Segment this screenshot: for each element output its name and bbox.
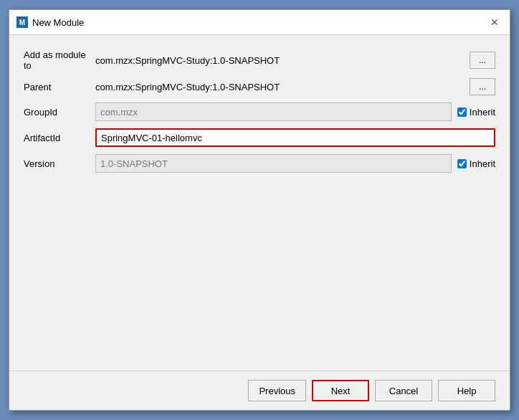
add-as-module-button[interactable]: ... bbox=[470, 52, 495, 69]
title-bar: M New Module ✕ bbox=[9, 10, 510, 35]
artifact-id-label: ArtifactId bbox=[24, 133, 95, 143]
parent-button[interactable]: ... bbox=[470, 78, 495, 95]
group-id-input[interactable] bbox=[95, 102, 452, 121]
parent-value: com.mzx:SpringMVC-Study:1.0-SNAPSHOT bbox=[95, 82, 464, 92]
version-inherit: Inherit bbox=[457, 158, 495, 169]
artifact-id-input[interactable] bbox=[95, 128, 495, 147]
group-id-label: GroupId bbox=[24, 107, 95, 118]
dialog-footer: Previous Next Cancel Help bbox=[9, 371, 510, 410]
add-as-module-row: Add as module to com.mzx:SpringMVC-Study… bbox=[24, 49, 495, 71]
dialog-content: Add as module to com.mzx:SpringMVC-Study… bbox=[9, 35, 510, 279]
previous-button[interactable]: Previous bbox=[248, 380, 306, 401]
group-id-row: GroupId Inherit bbox=[24, 102, 495, 121]
group-id-inherit: Inherit bbox=[457, 107, 495, 118]
group-id-inherit-label: Inherit bbox=[470, 107, 495, 118]
parent-label: Parent bbox=[24, 82, 95, 92]
next-button[interactable]: Next bbox=[312, 380, 369, 401]
group-id-inherit-checkbox[interactable] bbox=[457, 108, 467, 117]
dialog-icon: M bbox=[16, 16, 28, 28]
version-label: Version bbox=[24, 158, 95, 169]
close-button[interactable]: ✕ bbox=[487, 14, 503, 30]
version-inherit-checkbox[interactable] bbox=[457, 159, 467, 168]
add-as-module-label: Add as module to bbox=[24, 49, 95, 71]
artifact-id-row: ArtifactId bbox=[24, 128, 495, 147]
version-input[interactable] bbox=[95, 154, 452, 173]
help-button[interactable]: Help bbox=[438, 380, 495, 401]
new-module-dialog: M New Module ✕ Add as module to com.mzx:… bbox=[9, 9, 510, 411]
cancel-button[interactable]: Cancel bbox=[375, 380, 432, 401]
version-row: Version Inherit bbox=[24, 154, 495, 173]
dialog-title: New Module bbox=[32, 17, 84, 28]
add-as-module-value: com.mzx:SpringMVC-Study:1.0-SNAPSHOT bbox=[95, 55, 464, 66]
version-inherit-label: Inherit bbox=[470, 158, 495, 169]
title-bar-left: M New Module bbox=[16, 16, 84, 28]
parent-row: Parent com.mzx:SpringMVC-Study:1.0-SNAPS… bbox=[24, 78, 495, 95]
